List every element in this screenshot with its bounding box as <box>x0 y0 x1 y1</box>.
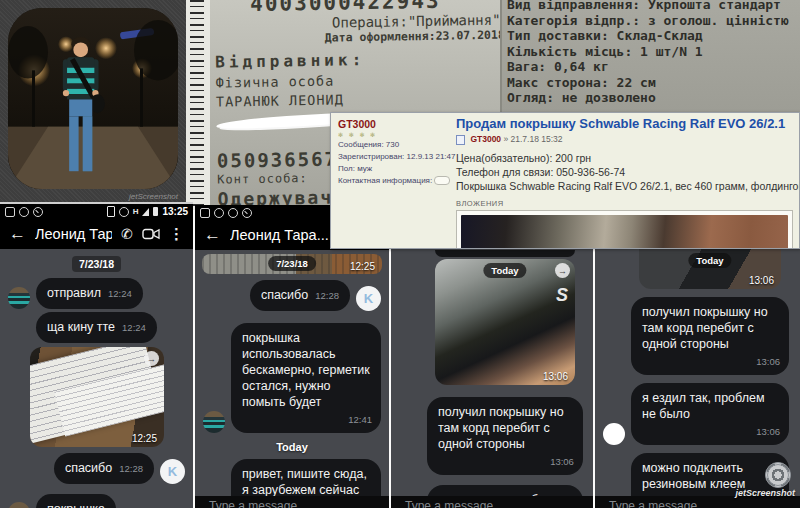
outgoing-message[interactable]: спасибо12:28 <box>250 280 350 311</box>
message-row: покрышка <box>8 494 185 508</box>
chat-screenshot-1: H 13:25 ← Леонид Тара... ✆ ⋮ 7/23/18 отп… <box>0 202 193 508</box>
message-time: 12:24 <box>122 322 146 333</box>
message-row: я ездил так, проблем не было13:06 <box>603 383 792 445</box>
shipment-type: Вид відправлення: Укрпошта стандарт <box>502 0 800 13</box>
forum-messages-count: Сообщения: 730 <box>338 140 444 150</box>
message-row: покрышка использовалась бескамерно, герм… <box>203 323 381 433</box>
previous-message-edge <box>435 250 575 257</box>
jetscreenshot-logo-icon <box>765 462 791 488</box>
notification-icon <box>5 207 15 217</box>
jetscreenshot-watermark: jetScreenshot <box>735 462 795 498</box>
incoming-message[interactable]: покрышка использовалась бескамерно, герм… <box>231 323 381 433</box>
chat-messages: Today → S 13:06 получил покрышку но там … <box>391 250 593 508</box>
forum-username-link[interactable]: GT3000 <box>338 118 444 130</box>
forum-post-meta: GT3000 » 21.7.18 15:32 <box>456 134 793 145</box>
image-time: 13:06 <box>543 371 568 382</box>
attachments-label: ВЛОЖЕНИЯ <box>456 199 793 208</box>
vibrate-icon <box>107 206 115 217</box>
chat-screenshot-4: Today 13:06 получил покрышку но там корд… <box>595 247 800 508</box>
attachment-box <box>456 210 793 248</box>
notification-icon <box>33 207 43 217</box>
message-time: 12:28 <box>119 463 143 474</box>
night-scene-illustration <box>8 8 178 189</box>
message-row: спасибо12:28 K <box>203 280 381 311</box>
incoming-message[interactable]: покрышка <box>36 494 116 508</box>
incoming-message[interactable]: получил покрышку но там корд перебит с о… <box>427 397 583 475</box>
contact-avatar[interactable] <box>203 411 225 433</box>
message-row: ща кину тте12:24 <box>8 312 185 343</box>
date-divider: 7/23/18 <box>0 254 193 272</box>
chat-header: ← Леонид Тара... ✆ ⋮ <box>0 219 193 249</box>
forum-rank-stars: ✻ ✻ ✻ ✻ <box>338 131 444 138</box>
forum-topic-title-link[interactable]: Продам покрышку Schwable Racing Ralf EVO… <box>456 116 793 131</box>
chat-contact-name[interactable]: Леонид Тара... <box>35 226 112 242</box>
post-author-link[interactable]: GT3000 <box>470 134 501 144</box>
receipt-sender-label: Відправник: <box>215 47 515 71</box>
message-row: отправил12:24 <box>8 278 185 309</box>
incoming-message[interactable]: ща кину тте12:24 <box>36 312 157 343</box>
notification-icon <box>242 208 252 218</box>
forum-user-column: GT3000 ✻ ✻ ✻ ✻ Сообщения: 730 Зарегистри… <box>331 113 448 248</box>
notification-icon <box>200 208 210 218</box>
share-icon[interactable]: → <box>144 351 159 366</box>
receipt-photo-message[interactable]: → 12:25 <box>30 347 164 447</box>
shipment-delivery: Тип доставки: Склад-Склад <box>502 28 800 44</box>
shipment-quantity: Кількість місць: 1 шт/N 1 <box>502 44 800 60</box>
forum-post-panel: GT3000 ✻ ✻ ✻ ✻ Сообщения: 730 Зарегистри… <box>330 112 800 249</box>
image-time: 12:25 <box>350 261 375 272</box>
forum-price-line: Цена(обязательно): 200 грн <box>456 151 793 165</box>
image-time: 13:06 <box>749 275 774 286</box>
call-icon[interactable]: ✆ <box>121 226 133 242</box>
data-icon <box>119 207 129 217</box>
night-portrait-photo <box>8 8 178 189</box>
own-avatar[interactable]: K <box>160 459 185 484</box>
back-icon[interactable]: ← <box>9 224 26 244</box>
hspa-network-icon: H <box>133 207 139 216</box>
status-clock: 13:25 <box>162 206 188 217</box>
contact-avatar[interactable] <box>8 287 30 309</box>
message-row: спасибо12:28 K <box>8 453 185 484</box>
screenshot-collage: jetScreenshot 4003000422943 Операція:"Пр… <box>0 0 800 508</box>
incoming-message[interactable]: отправил12:24 <box>36 278 143 309</box>
chat-screenshot-2: ← Леонид Тара... 7/23/18 12:25 спасибо12… <box>195 205 389 508</box>
shipment-inspection: Огляд: не дозволено <box>502 90 800 106</box>
shipment-weight: Вага: 0,64 кг <box>502 59 800 75</box>
forum-phone-line: Телефон для связи: 050-936-56-74 <box>456 165 793 179</box>
message-input[interactable]: Type a message <box>391 496 593 508</box>
incoming-message[interactable]: я ездил так, проблем не было13:06 <box>631 383 789 445</box>
status-bar: H 13:25 <box>0 204 193 219</box>
jetscreenshot-watermark: jetScreenshot <box>129 192 178 201</box>
video-call-icon[interactable] <box>142 228 160 240</box>
receipt-sender-name: ТАРАНЮК ЛЕОНИД <box>216 88 516 109</box>
incoming-message[interactable]: получил покрышку но там корд перебит с о… <box>631 297 789 375</box>
outgoing-message[interactable]: спасибо12:28 <box>54 453 154 484</box>
signal-icon <box>142 208 149 216</box>
battery-icon <box>153 207 158 216</box>
receipt-photo-message-partial[interactable]: 7/23/18 12:25 <box>202 254 382 274</box>
contact-avatar-placeholder[interactable] <box>603 423 625 445</box>
forum-post-column: Продам покрышку Schwable Racing Ralf EVO… <box>448 113 799 248</box>
back-icon[interactable]: ← <box>204 225 221 245</box>
message-time: 13:06 <box>642 424 780 440</box>
forum-description: Покрышка Schwable Racing Ralf EVO 26/2.1… <box>456 179 793 193</box>
tire-attachment-image[interactable] <box>461 215 788 248</box>
chat-messages: 7/23/18 отправил12:24 ща кину тте12:24 →… <box>0 254 193 508</box>
message-input[interactable]: Type a message <box>195 496 389 508</box>
forum-registered: Зарегистрирован: 12.9.13 21:47 <box>338 152 444 162</box>
message-time: 12:41 <box>242 412 372 428</box>
tire-photo-message-partial[interactable]: Today 13:06 <box>639 249 781 289</box>
post-page-icon <box>456 135 465 145</box>
contact-avatar[interactable] <box>8 502 30 508</box>
post-date: » 21.7.18 15:32 <box>503 134 562 144</box>
forum-gender: Пол: муж <box>338 164 444 174</box>
shipment-max-side: Макс сторона: 22 см <box>502 75 800 91</box>
message-time: 13:06 <box>642 354 780 370</box>
date-pill: 7/23/18 <box>268 256 316 271</box>
own-avatar[interactable]: K <box>356 286 381 311</box>
shipment-details-photo: Вид відправлення: Укрпошта стандарт Кате… <box>500 0 800 112</box>
share-icon[interactable]: → <box>555 263 570 278</box>
notification-icon <box>214 208 224 218</box>
message-time: 12:28 <box>315 290 339 301</box>
tire-photo-message[interactable]: Today → S 13:06 <box>435 259 575 385</box>
overflow-menu-icon[interactable]: ⋮ <box>169 225 184 243</box>
